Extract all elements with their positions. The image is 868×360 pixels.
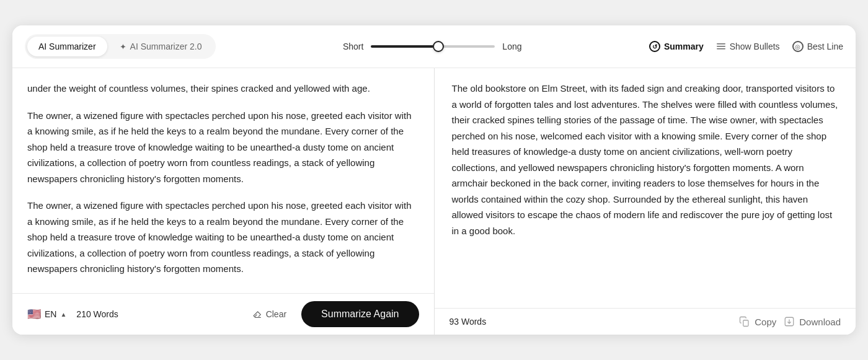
left-word-count: 210 Words [76,309,118,319]
action-buttons: Copy Download [739,316,841,327]
right-panel: The old bookstore on Elm Street, with it… [435,68,856,335]
eraser-icon [252,309,262,319]
download-button[interactable]: Download [784,316,841,327]
lang-label: EN [45,309,56,319]
view-option-summary[interactable]: ↺ Summary [649,41,704,52]
svg-rect-2 [717,48,725,50]
language-selector[interactable]: 🇺🇸 EN ▲ [27,307,66,321]
slider-section: Short Long [231,42,634,51]
bullets-icon [716,42,726,51]
right-word-count: 93 Words [450,317,487,327]
left-panel: under the weight of countless volumes, t… [12,68,435,335]
toolbar: AI Summarizer ✦ AI Summarizer 2.0 Short … [12,25,856,68]
left-text-p3: The owner, a wizened figure with spectac… [27,198,419,277]
bestline-icon: ◎ [792,41,804,52]
tab-group: AI Summarizer ✦ AI Summarizer 2.0 [25,34,216,59]
svg-rect-0 [717,43,725,45]
main-container: AI Summarizer ✦ AI Summarizer 2.0 Short … [12,25,856,335]
svg-rect-3 [743,320,748,327]
view-option-bestline[interactable]: ◎ Best Line [792,41,843,52]
tab-ai-summarizer[interactable]: AI Summarizer [27,37,107,56]
left-text-area[interactable]: under the weight of countless volumes, t… [12,68,434,293]
left-text-p2: The owner, a wizened figure with spectac… [27,108,419,187]
summarize-again-button[interactable]: Summarize Again [301,301,418,327]
copy-button[interactable]: Copy [739,316,776,327]
copy-icon [739,316,750,327]
slider-long-label: Long [502,42,521,51]
left-footer: 🇺🇸 EN ▲ 210 Words Clear Summarize Again [12,293,434,335]
summary-icon: ↺ [649,41,660,52]
download-icon [784,316,795,327]
content-area: under the weight of countless volumes, t… [12,68,856,335]
flag-icon: 🇺🇸 [27,307,41,321]
tab-ai-summarizer2[interactable]: ✦ AI Summarizer 2.0 [108,37,213,56]
clear-button[interactable]: Clear [252,309,286,319]
summary-text: The old bookstore on Elm Street, with it… [452,81,839,239]
right-text-area: The old bookstore on Elm Street, with it… [435,68,856,308]
length-slider[interactable] [371,45,495,48]
caret-up-icon: ▲ [60,311,66,318]
view-option-bullets[interactable]: Show Bullets [716,42,780,51]
left-text-p1: under the weight of countless volumes, t… [27,81,419,97]
slider-short-label: Short [343,42,363,51]
view-options: ↺ Summary Show Bullets ◎ Best Line [649,41,843,52]
svg-rect-1 [717,46,725,47]
right-footer: 93 Words Copy Download [435,308,856,335]
sparkle-icon: ✦ [120,42,126,51]
